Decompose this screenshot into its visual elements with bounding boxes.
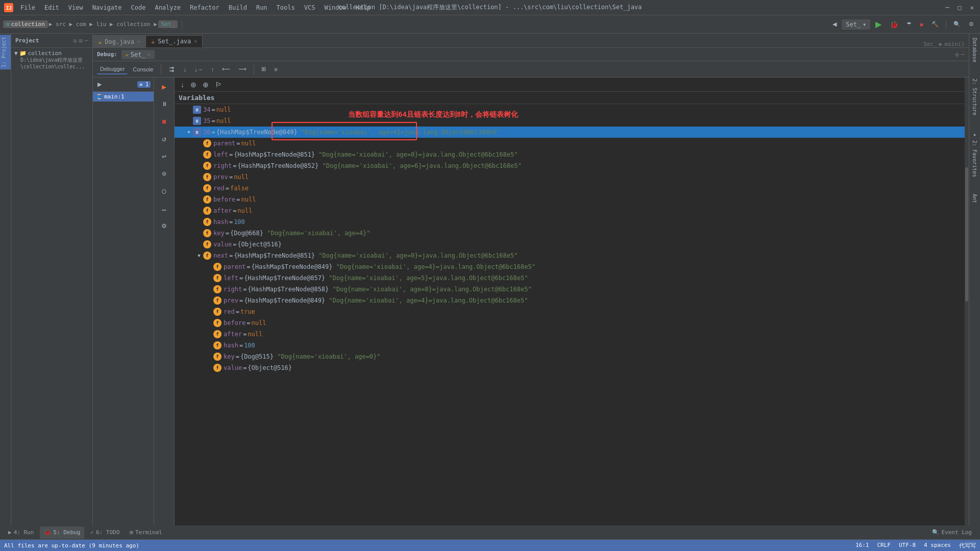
settings-icon-2[interactable]: ⚙: [157, 218, 172, 233]
var-row[interactable]: fleft={HashMap$TreeNode@851} "Dog{name='…: [175, 149, 965, 160]
var-row[interactable]: fleft={HashMap$TreeNode@857} "Dog{name='…: [175, 272, 965, 284]
tab-dog-java[interactable]: ☕ Dog.java ✕: [93, 35, 146, 47]
var-row[interactable]: fhash=100: [175, 340, 965, 351]
stop-icon[interactable]: ■: [157, 114, 172, 129]
menu-navigate[interactable]: Navigate: [88, 3, 126, 12]
favorites-panel-label[interactable]: ★ 2: Favorites: [971, 130, 978, 179]
step-into-btn[interactable]: ↓: [181, 65, 190, 74]
breakpoints-icon[interactable]: ⊙: [157, 166, 172, 181]
run-with-coverage-button[interactable]: ☂: [903, 19, 915, 29]
var-row[interactable]: fbefore=null: [175, 317, 965, 329]
panel-gear-icon[interactable]: ⚙: [73, 37, 77, 44]
todo-tab[interactable]: ✓ 6: TODO: [86, 527, 124, 539]
step-into-mycode-btn[interactable]: ↓→: [191, 65, 206, 74]
settings-button[interactable]: ⚙: [966, 19, 977, 29]
var-row[interactable]: fbefore=null: [175, 194, 965, 205]
menu-code[interactable]: Code: [127, 3, 150, 12]
menu-tools[interactable]: Tools: [273, 3, 299, 12]
var-row[interactable]: fright={HashMap$TreeNode@858} "Dog{name=…: [175, 284, 965, 295]
minimize-button[interactable]: ─: [943, 4, 951, 12]
cursor-position[interactable]: 16:1: [855, 542, 869, 549]
menu-edit[interactable]: Edit: [40, 3, 63, 12]
var-row[interactable]: fafter=null: [175, 329, 965, 340]
var-row[interactable]: fred=true: [175, 306, 965, 317]
back-button[interactable]: ◀: [829, 19, 840, 29]
event-log-tab[interactable]: 🔍 Event Log: [928, 527, 976, 539]
show-hex-btn[interactable]: 🏳: [213, 80, 224, 90]
var-row[interactable]: fkey={Dog@515} "Dog{name='xioabai', age=…: [175, 351, 965, 362]
var-row[interactable]: fright={HashMap$TreeNode@852} "Dog{name=…: [175, 160, 965, 171]
menu-build[interactable]: Build: [225, 3, 251, 12]
debugger-tab-btn[interactable]: Debugger: [97, 64, 128, 74]
run-tab[interactable]: ▶ 4: Run: [4, 527, 38, 539]
terminal-tab[interactable]: ⊞ Terminal: [126, 527, 166, 539]
panel-layout-icon[interactable]: ⊞: [79, 37, 83, 44]
collapse-icon[interactable]: ▼: [185, 128, 193, 136]
var-row[interactable]: fred=false: [175, 183, 965, 194]
debug-settings-icon[interactable]: ⚙: [955, 51, 959, 58]
menu-analyze[interactable]: Analyze: [151, 3, 185, 12]
rerun-icon[interactable]: ↺: [157, 132, 172, 146]
menu-vcs[interactable]: VCS: [300, 3, 320, 12]
pause-icon[interactable]: ⏸: [157, 97, 172, 111]
more-icon[interactable]: …: [157, 201, 172, 215]
project-root[interactable]: ▼📁collection: [14, 50, 89, 57]
run-config-dropdown[interactable]: Set_ ▾: [842, 19, 870, 30]
project-panel-label[interactable]: 1: Project: [0, 35, 11, 69]
var-row[interactable]: fafter=null: [175, 205, 965, 216]
console-tab-btn[interactable]: Console: [130, 65, 156, 74]
run-to-cursor-btn[interactable]: ⟵: [219, 64, 233, 74]
stop-button[interactable]: ■: [917, 20, 926, 29]
debug-collapse-icon[interactable]: ─: [961, 51, 965, 58]
var-row[interactable]: fprev={HashMap$TreeNode@849} "Dog{name='…: [175, 295, 965, 306]
debug-tab[interactable]: 🐞 5: Debug: [40, 527, 84, 539]
thread-main[interactable]: 🧵 main:1: [93, 92, 154, 102]
close-button[interactable]: ✕: [968, 4, 976, 12]
ant-panel-label[interactable]: Ant: [971, 192, 978, 205]
menu-run[interactable]: Run: [252, 3, 272, 12]
indent-setting[interactable]: 4 spaces: [924, 542, 951, 549]
panel-minimize-icon[interactable]: ─: [85, 37, 88, 44]
var-row[interactable]: fhash=100: [175, 216, 965, 228]
step-out-btn[interactable]: ↑: [208, 65, 217, 74]
var-row[interactable]: fvalue={Object@516}: [175, 362, 965, 373]
tab-set-java[interactable]: ☕ Set_.java ✕: [146, 35, 203, 47]
database-panel-label[interactable]: Database: [971, 36, 978, 64]
build-button[interactable]: 🔨: [928, 19, 942, 29]
threads-resume-btn[interactable]: ▶: [96, 81, 103, 88]
collapse-icon[interactable]: ▼: [195, 252, 203, 260]
menu-view[interactable]: View: [64, 3, 87, 12]
encoding[interactable]: UTF-8: [899, 542, 916, 549]
menu-refactor[interactable]: Refactor: [186, 3, 224, 12]
var-row[interactable]: ▼≡36={HashMap$TreeNode@849} "Dog{name='x…: [175, 127, 965, 138]
restore-icon[interactable]: ↩: [157, 149, 172, 163]
debug-button[interactable]: 🐞: [887, 19, 901, 30]
resume-icon[interactable]: ▶: [157, 80, 172, 94]
tab-set-close[interactable]: ✕: [194, 38, 197, 44]
tab-dog-close[interactable]: ✕: [137, 39, 140, 44]
add-watch-btn[interactable]: ⊕: [201, 80, 211, 90]
stream-btn[interactable]: ≡: [271, 65, 280, 74]
menu-file[interactable]: File: [16, 3, 39, 12]
var-row[interactable]: ≡34=null: [175, 104, 965, 115]
debug-session-close[interactable]: ✕: [148, 52, 151, 57]
line-ending[interactable]: CRLF: [877, 542, 891, 549]
evaluate-btn[interactable]: ⟶: [235, 64, 250, 74]
var-row[interactable]: fprev=null: [175, 171, 965, 183]
debug-session-tab[interactable]: ☕ Set_ ✕: [121, 50, 155, 59]
mute-breakpoints-icon[interactable]: ○: [157, 184, 172, 198]
scrollbar-thumb[interactable]: [965, 167, 968, 302]
step-over-btn[interactable]: [165, 64, 179, 74]
var-row[interactable]: ▼fnext={HashMap$TreeNode@851} "Dog{name=…: [175, 250, 965, 261]
filter-btn[interactable]: ↓: [179, 80, 186, 90]
var-row[interactable]: ≡35=null: [175, 115, 965, 127]
maximize-button[interactable]: □: [955, 4, 964, 12]
filter-icon-btn[interactable]: ⊛: [188, 80, 199, 90]
scrollbar[interactable]: [965, 78, 969, 525]
run-button[interactable]: ▶: [872, 18, 885, 31]
var-row[interactable]: fparent={HashMap$TreeNode@849} "Dog{name…: [175, 261, 965, 272]
search-everywhere-button[interactable]: 🔍: [950, 19, 964, 29]
structure-panel-label[interactable]: 2: Structure: [971, 77, 978, 117]
var-row[interactable]: fparent=null: [175, 138, 965, 149]
var-row[interactable]: fvalue={Object@516}: [175, 239, 965, 250]
